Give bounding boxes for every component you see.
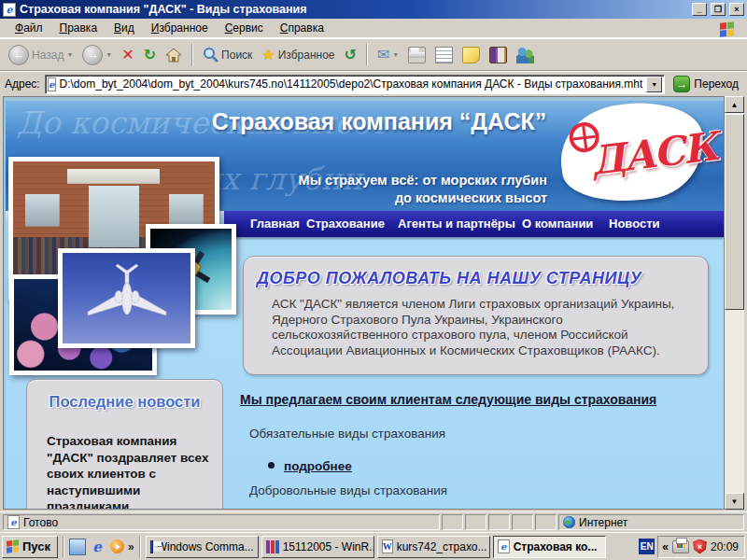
more-details-link[interactable]: подробнее	[284, 459, 352, 473]
scroll-down-button[interactable]: ▼	[725, 493, 744, 510]
home-button[interactable]	[162, 46, 185, 64]
menu-edit[interactable]: Правка	[52, 20, 106, 36]
refresh-icon: ↻	[144, 48, 156, 63]
edit-button[interactable]	[432, 45, 456, 65]
notes-button[interactable]	[459, 45, 483, 65]
stop-button[interactable]: ✕	[119, 46, 136, 64]
language-indicator[interactable]: EN	[639, 539, 655, 554]
menu-favorites[interactable]: Избранное	[144, 20, 216, 36]
start-label: Пуск	[22, 539, 50, 553]
site-title: Страховая компания “ДАСК”	[188, 108, 571, 135]
task-label: Windows Comma...	[157, 540, 254, 553]
nav-about[interactable]: О компании	[522, 217, 593, 231]
windows-flag-icon	[7, 539, 19, 553]
back-label: Назад	[32, 49, 63, 62]
site-navigation: Главная Страхование Агенты и партнёры О …	[224, 211, 724, 237]
windows-flag-icon	[720, 21, 734, 37]
nav-agents[interactable]: Агенты и партнёры	[398, 217, 515, 231]
mail-button[interactable]: ✉ ▼	[374, 46, 402, 64]
scroll-up-button[interactable]: ▲	[725, 96, 744, 113]
back-dropdown-icon[interactable]: ▼	[66, 51, 73, 58]
quicklaunch-mediaplayer-icon[interactable]	[108, 539, 125, 555]
address-dropdown-icon[interactable]: ▼	[646, 77, 662, 92]
tray-antivirus-icon[interactable]: ×	[693, 539, 707, 554]
restore-button[interactable]: ❐	[711, 3, 726, 16]
history-button[interactable]: ↺	[342, 46, 359, 64]
airplane-photo	[58, 248, 195, 348]
status-pane	[465, 514, 486, 530]
status-pane	[512, 514, 533, 530]
ie-logo-icon: e	[3, 3, 16, 17]
window-title: Страховая компания "ДАСК" - Виды страхов…	[20, 3, 688, 16]
browser-viewport: До космических высот От морских глубин С…	[3, 96, 725, 510]
menu-help[interactable]: Справка	[273, 20, 331, 36]
commander-icon	[150, 540, 153, 553]
messenger-button[interactable]	[514, 45, 537, 65]
quicklaunch-desktop-icon[interactable]	[69, 539, 86, 555]
news-headline: Страховая компания "ДАСК" поздравляет вс…	[47, 433, 213, 510]
nav-news[interactable]: Новости	[609, 217, 660, 231]
go-button[interactable]: → Переход	[669, 75, 742, 93]
document-icon: e	[7, 515, 20, 529]
back-button[interactable]: ← Назад ▼	[6, 43, 76, 67]
list-bullet	[268, 462, 275, 469]
research-button[interactable]	[486, 45, 510, 65]
address-label: Адрес:	[5, 77, 40, 91]
menu-file[interactable]: Файл	[7, 20, 50, 36]
close-button[interactable]: ×	[729, 3, 744, 16]
go-label: Переход	[694, 77, 739, 91]
vertical-scrollbar[interactable]: ▲ ▼	[725, 96, 744, 510]
quicklaunch-chevron-icon[interactable]: »	[128, 540, 134, 553]
minimize-button[interactable]: _	[692, 3, 707, 16]
history-icon: ↺	[345, 48, 357, 63]
welcome-text: АСК "ДАСК" является членом Лиги страховы…	[272, 297, 685, 358]
stop-icon: ✕	[121, 48, 134, 63]
favorites-star-icon: ★	[261, 48, 275, 63]
tray-clock: 20:09	[711, 540, 739, 553]
tray-printer-icon[interactable]	[672, 540, 689, 553]
refresh-button[interactable]: ↻	[141, 46, 159, 64]
edit-icon	[435, 47, 453, 63]
search-label: Поиск	[221, 49, 252, 62]
task-ie-active[interactable]: e Страховая ко...	[493, 536, 606, 558]
nav-home[interactable]: Главная	[250, 217, 300, 231]
address-input[interactable]: e D:\dom_byt_2004\dom_byt_2004\kurs745.n…	[45, 75, 666, 94]
status-text: Готово	[23, 516, 58, 529]
task-windows-commander[interactable]: Windows Comma...	[146, 536, 259, 558]
note-icon	[462, 47, 480, 63]
tray-chevron-icon[interactable]: «	[662, 540, 669, 553]
scrollbar-thumb[interactable]	[725, 114, 744, 310]
status-pane	[488, 514, 510, 530]
forward-dropdown-icon[interactable]: ▼	[106, 51, 112, 58]
forward-button[interactable]: → ▼	[79, 43, 115, 67]
offers-item-mandatory: Обязательные виды страхования	[249, 427, 445, 441]
nav-insurance[interactable]: Страхование	[306, 217, 385, 231]
mail-dropdown-icon[interactable]: ▼	[392, 51, 399, 58]
task-word-document[interactable]: W kurs742_страхо...	[377, 536, 490, 558]
toolbar-separator	[191, 44, 193, 66]
news-panel: Последние новости Страховая компания "ДА…	[26, 379, 223, 510]
favorites-button[interactable]: ★ Избранное	[259, 46, 337, 64]
tagline-line1: Мы страхуем всё: от морских глубин	[299, 173, 547, 188]
menu-tools[interactable]: Сервис	[218, 20, 271, 36]
task-label: Страховая ко...	[514, 540, 598, 553]
taskbar-separator	[63, 537, 64, 557]
print-button[interactable]	[405, 45, 429, 65]
zone-label: Интернет	[579, 516, 627, 529]
title-bar: e Страховая компания "ДАСК" - Виды страх…	[0, 0, 747, 19]
quicklaunch-ie-icon[interactable]: e	[89, 539, 106, 555]
go-arrow-icon: →	[673, 76, 690, 92]
welcome-heading: ДОБРО ПОЖАЛОВАТЬ НА НАШУ СТРАНИЦУ	[257, 269, 708, 288]
page-icon: e	[48, 77, 56, 91]
menu-bar: Файл Правка Вид Избранное Сервис Справка	[0, 19, 747, 38]
start-button[interactable]: Пуск	[2, 536, 58, 558]
offers-heading-link[interactable]: Мы предлагаем своим клиентам следующие в…	[240, 392, 656, 407]
toolbar-separator	[366, 44, 368, 66]
task-winrar[interactable]: 15112005 - WinR...	[261, 536, 374, 558]
menu-view[interactable]: Вид	[106, 20, 142, 36]
print-icon	[408, 47, 426, 63]
site-tagline: Мы страхуем всё: от морских глубиндо кос…	[256, 172, 547, 207]
home-icon	[165, 48, 182, 63]
offers-item-voluntary: Добровольные виды страхования	[249, 483, 447, 497]
search-button[interactable]: Поиск	[200, 45, 255, 64]
